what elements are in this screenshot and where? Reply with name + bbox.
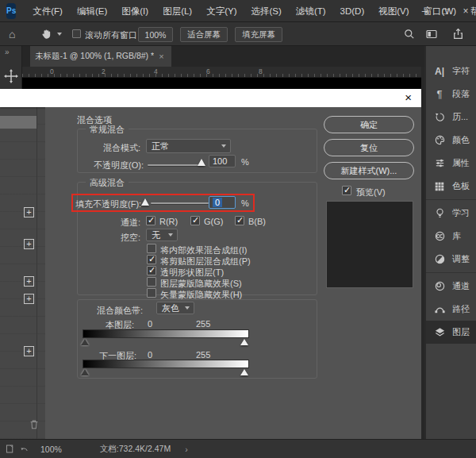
fill-screen-button[interactable]: 填充屏幕 [235,27,282,42]
knockout-value: 无 [152,229,160,241]
expand-plus-icon[interactable] [24,294,34,304]
expand-plus-icon[interactable] [24,239,34,249]
menu-edit[interactable]: 编辑(E) [70,0,114,22]
panel-tab-channels[interactable]: 通道 [426,275,476,298]
undo-arrow-icon[interactable] [19,444,29,454]
menu-3d[interactable]: 3D(D) [333,0,372,22]
underlying-layer-gradient-bar[interactable] [83,360,249,368]
dialog-close-icon[interactable]: × [405,91,412,104]
menu-filter[interactable]: 滤镜(T) [289,0,333,22]
maximize-button[interactable]: □ [435,0,455,22]
underlying-layer-white-stop[interactable] [240,369,248,375]
panel-tab-libraries[interactable]: 库 [426,225,476,248]
panel-tab-swatches[interactable]: 色板 [426,175,476,198]
menu-select[interactable]: 选择(S) [244,0,289,22]
blend-mode-select[interactable]: 正常 [146,139,231,153]
preview-checkbox[interactable] [342,186,351,195]
blend-clipped-label: 将剪贴图层混合成组(P) [160,256,251,267]
close-button[interactable]: × [455,0,476,22]
panel-tab-color[interactable]: 颜色 [426,129,476,152]
hand-tool-dropdown-icon[interactable] [57,33,62,36]
channels-icon [434,280,446,292]
fit-screen-button[interactable]: 适合屏幕 [180,27,228,42]
workspace-panel-icon[interactable] [425,28,438,40]
menu-layer[interactable]: 图层(L) [155,0,199,22]
color-icon [434,134,446,146]
panel-tab-learn[interactable]: 学习 [426,202,476,225]
panel-label: 段落 [452,88,470,100]
ok-button[interactable]: 确定 [324,116,414,133]
collapse-panel-icon[interactable]: » [5,48,10,56]
canvas[interactable] [22,78,421,89]
underlying-layer-black-stop[interactable] [81,369,89,375]
expand-plus-icon[interactable] [24,207,34,217]
options-bar: ⌂ 滚动所有窗口 100% 适合屏幕 填充屏幕 [0,22,476,46]
status-chevron-icon[interactable]: › [185,445,188,454]
expand-plus-icon[interactable] [24,346,34,356]
menu-view[interactable]: 视图(V) [371,0,416,22]
reset-button[interactable]: 复位 [324,139,414,156]
knockout-label: 挖空: [121,232,140,244]
fill-opacity-slider-thumb[interactable] [141,198,149,206]
panel-tab-paragraph[interactable]: 段落 [426,83,476,106]
move-tool-icon[interactable] [3,68,19,84]
panel-label: 字符 [452,65,470,77]
opacity-slider-track[interactable] [148,164,203,166]
status-doc-info: 文档:732.4K/2.47M [100,444,171,455]
photoshop-logo: Ps [6,3,16,19]
hand-tool-icon[interactable] [40,27,53,40]
panel-tab-layers[interactable]: 图层 [426,321,476,344]
selected-tool-row[interactable] [0,116,37,129]
blend-if-select[interactable]: 灰色 [156,302,194,314]
preview-label: 预览(V) [356,187,386,198]
fill-opacity-unit: % [241,198,249,208]
scroll-all-windows-checkbox[interactable] [72,29,81,38]
minimize-button[interactable]: – [414,0,435,22]
vector-mask-hides-checkbox[interactable] [147,288,156,298]
blend-clipped-checkbox[interactable] [147,255,156,264]
search-icon[interactable] [403,28,416,40]
layer-mask-hides-checkbox[interactable] [147,277,156,287]
panel-tab-paths[interactable]: 路径 [426,298,476,321]
fill-opacity-value-field[interactable]: 0 [209,196,236,209]
opacity-value-field[interactable]: 100 [209,155,236,167]
menu-image[interactable]: 图像(I) [114,0,155,22]
transparency-shapes-checkbox[interactable] [147,266,156,275]
channel-r-checkbox[interactable] [146,216,155,225]
document-tab[interactable]: 未标题-1 @ 100% (1, RGB/8#) * × [30,46,171,67]
new-style-button[interactable]: 新建样式(W)... [324,162,414,179]
channel-g-checkbox[interactable] [190,216,200,225]
blend-interior-checkbox[interactable] [147,244,156,253]
share-icon[interactable] [451,27,465,40]
knockout-select[interactable]: 无 [146,229,178,241]
this-layer-black-stop[interactable] [81,339,89,345]
panel-label: 历... [452,111,468,123]
panel-label: 属性 [452,157,470,169]
panel-tab-properties[interactable]: 属性 [426,152,476,175]
menu-type[interactable]: 文字(Y) [199,0,244,22]
this-layer-gradient-bar[interactable] [83,329,249,338]
document-tab-title: 未标题-1 @ 100% (1, RGB/8#) * [35,51,154,62]
menu-file[interactable]: 文件(F) [25,0,70,22]
home-icon[interactable]: ⌂ [9,28,15,40]
page-icon[interactable] [5,444,15,454]
opacity-slider-thumb[interactable] [198,159,205,166]
this-layer-white-stop[interactable] [240,339,248,345]
trash-icon[interactable] [29,418,40,430]
zoom-100-button[interactable]: 100% [138,27,173,42]
channel-b-label: B(B) [248,217,266,226]
panel-label: 通道 [452,280,470,292]
expand-plus-icon[interactable] [24,276,34,287]
panel-tab-character[interactable]: 字符 [426,60,476,83]
dialog-title-bar[interactable]: × [0,89,421,107]
fill-opacity-slider-track[interactable] [151,202,209,204]
scroll-all-windows-label: 滚动所有窗口 [85,29,137,41]
channel-b-checkbox[interactable] [235,216,244,225]
panel-label: 路径 [452,303,470,315]
status-zoom-level[interactable]: 100% [40,445,62,454]
blend-if-label: 混合颜色带: [97,305,143,317]
channel-g-label: G(G) [204,217,223,226]
document-tab-close-icon[interactable]: × [159,52,163,61]
panel-tab-adjustments[interactable]: 调整 [426,248,476,271]
panel-tab-history[interactable]: 历... [426,106,476,129]
